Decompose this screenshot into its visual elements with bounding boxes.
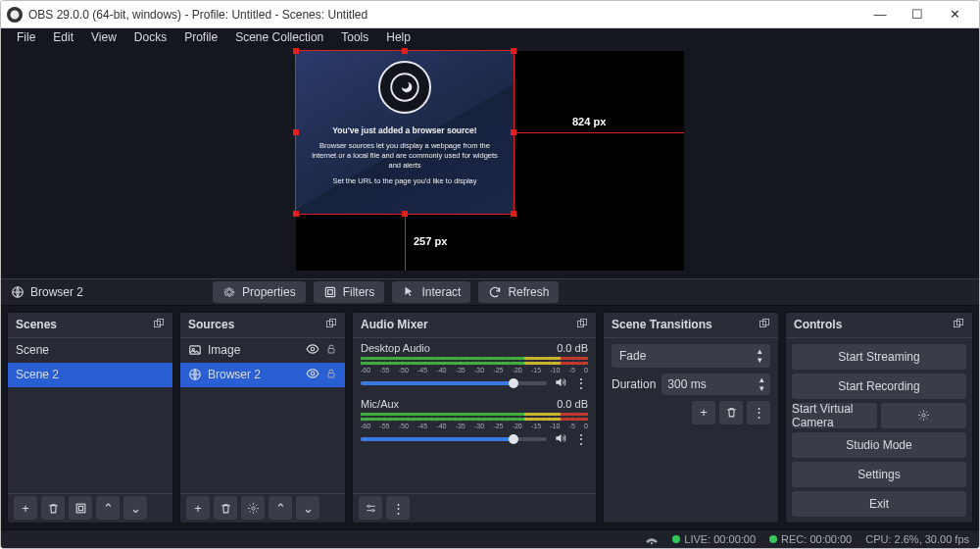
- audio-menu-button[interactable]: ⋮: [386, 496, 410, 520]
- dock-popout-icon[interactable]: [153, 318, 165, 332]
- start-streaming-button[interactable]: Start Streaming: [792, 344, 966, 370]
- scene-row[interactable]: Scene: [8, 338, 172, 363]
- transition-select[interactable]: Fade ▴▾: [612, 344, 770, 368]
- speaker-icon[interactable]: [553, 431, 568, 448]
- network-icon: [645, 533, 659, 545]
- channel-db: 0.0 dB: [557, 398, 588, 410]
- dock-popout-icon[interactable]: [759, 318, 770, 332]
- channel-menu-button[interactable]: ⋮: [574, 431, 588, 447]
- source-row[interactable]: Browser 2: [180, 363, 345, 387]
- add-transition-button[interactable]: +: [692, 401, 715, 424]
- add-scene-button[interactable]: +: [14, 496, 37, 520]
- menu-profile[interactable]: Profile: [176, 28, 225, 46]
- scene-transitions-panel: Scene Transitions Fade ▴▾ Duration 300 m…: [603, 312, 779, 524]
- duration-spinbox[interactable]: 300 ms ▴▾: [662, 374, 770, 395]
- remove-source-button[interactable]: [214, 496, 237, 520]
- pointer-icon: [402, 285, 416, 299]
- exit-button[interactable]: Exit: [792, 491, 966, 517]
- resize-handle[interactable]: [511, 211, 516, 217]
- svg-point-1: [391, 74, 418, 101]
- refresh-button[interactable]: Refresh: [478, 281, 559, 303]
- menu-edit[interactable]: Edit: [45, 28, 81, 46]
- svg-rect-4: [327, 290, 332, 295]
- audio-advanced-button[interactable]: [359, 496, 382, 520]
- scene-move-down-button[interactable]: ⌄: [123, 496, 147, 520]
- maximize-button[interactable]: ☐: [899, 7, 936, 22]
- resize-handle[interactable]: [402, 48, 408, 54]
- source-row[interactable]: Image: [180, 338, 345, 363]
- source-move-down-button[interactable]: ⌄: [296, 496, 319, 520]
- volume-slider[interactable]: [361, 437, 547, 441]
- source-move-up-button[interactable]: ⌃: [269, 496, 292, 520]
- volume-slider[interactable]: [361, 381, 547, 385]
- svg-rect-3: [325, 287, 334, 296]
- browser-source-box[interactable]: You've just added a browser source! Brow…: [296, 51, 514, 214]
- globe-icon: [11, 285, 24, 299]
- svg-point-18: [251, 507, 254, 510]
- channel-name: Mic/Aux: [361, 398, 399, 410]
- refresh-icon: [488, 285, 502, 299]
- remove-scene-button[interactable]: [41, 496, 65, 520]
- svg-point-28: [651, 542, 653, 544]
- browser-source-heading: You've just added a browser source!: [332, 125, 476, 135]
- audio-meter: [361, 356, 588, 366]
- width-dimension-label: 824 px: [572, 116, 606, 127]
- source-properties-button[interactable]: [241, 496, 265, 520]
- selected-source-label: Browser 2: [30, 285, 83, 299]
- guide-horizontal: [514, 132, 684, 133]
- dock-popout-icon[interactable]: [576, 318, 588, 332]
- scene-move-up-button[interactable]: ⌃: [96, 496, 120, 520]
- settings-button[interactable]: Settings: [792, 462, 966, 487]
- menu-file[interactable]: File: [9, 28, 43, 46]
- updown-icon: ▴▾: [760, 375, 764, 393]
- close-button[interactable]: ✕: [936, 7, 973, 22]
- preview-area: You've just added a browser source! Brow…: [1, 47, 979, 278]
- properties-button[interactable]: Properties: [213, 281, 306, 303]
- dock-popout-icon[interactable]: [325, 318, 337, 332]
- window-title: OBS 29.0.0 (64-bit, windows) - Profile: …: [28, 8, 368, 22]
- lock-icon[interactable]: [325, 342, 337, 359]
- start-recording-button[interactable]: Start Recording: [792, 374, 966, 399]
- filters-button[interactable]: Filters: [314, 281, 385, 303]
- channel-menu-button[interactable]: ⋮: [574, 375, 588, 391]
- obs-circle-logo-icon: [378, 61, 431, 114]
- start-virtual-camera-button[interactable]: Start Virtual Camera: [792, 403, 877, 428]
- audio-mixer-title: Audio Mixer: [361, 318, 428, 331]
- window-titlebar: OBS 29.0.0 (64-bit, windows) - Profile: …: [1, 1, 979, 28]
- resize-handle[interactable]: [293, 129, 299, 135]
- menu-help[interactable]: Help: [378, 28, 418, 46]
- menu-tools[interactable]: Tools: [333, 28, 376, 46]
- scenes-title: Scenes: [16, 318, 57, 331]
- resize-handle[interactable]: [293, 211, 299, 217]
- add-source-button[interactable]: +: [186, 496, 210, 520]
- scene-filters-button[interactable]: [69, 496, 92, 520]
- menu-scene-collection[interactable]: Scene Collection: [227, 28, 331, 46]
- preview-canvas[interactable]: You've just added a browser source! Brow…: [296, 51, 684, 271]
- cpu-status-label: CPU: 2.6%, 30.00 fps: [865, 533, 969, 545]
- interact-button[interactable]: Interact: [392, 281, 470, 303]
- transition-menu-button[interactable]: ⋮: [747, 401, 770, 424]
- live-status-label: LIVE: 00:00:00: [684, 533, 756, 545]
- dock-popout-icon[interactable]: [953, 318, 964, 332]
- audio-mixer-panel: Audio Mixer Desktop Audio0.0 dB-60-55-50…: [352, 312, 597, 524]
- remove-transition-button[interactable]: [719, 401, 743, 424]
- visibility-icon[interactable]: [306, 367, 319, 383]
- resize-handle[interactable]: [293, 48, 299, 54]
- lock-icon[interactable]: [325, 367, 337, 383]
- menu-view[interactable]: View: [83, 28, 124, 46]
- guide-vertical: [405, 214, 406, 271]
- menu-bar: File Edit View Docks Profile Scene Colle…: [1, 28, 979, 47]
- browser-source-hint: Set the URL to the page you'd like to di…: [332, 176, 476, 185]
- minimize-button[interactable]: —: [861, 7, 899, 22]
- duration-label: Duration: [612, 377, 656, 391]
- scene-row[interactable]: Scene 2: [8, 363, 172, 387]
- studio-mode-button[interactable]: Studio Mode: [792, 432, 966, 458]
- speaker-icon[interactable]: [553, 375, 568, 392]
- resize-handle[interactable]: [511, 48, 516, 54]
- svg-point-13: [311, 347, 315, 351]
- virtual-camera-settings-button[interactable]: [881, 403, 966, 428]
- menu-docks[interactable]: Docks: [126, 28, 174, 46]
- visibility-icon[interactable]: [306, 342, 319, 359]
- channel-db: 0.0 dB: [557, 342, 588, 354]
- controls-title: Controls: [794, 318, 842, 331]
